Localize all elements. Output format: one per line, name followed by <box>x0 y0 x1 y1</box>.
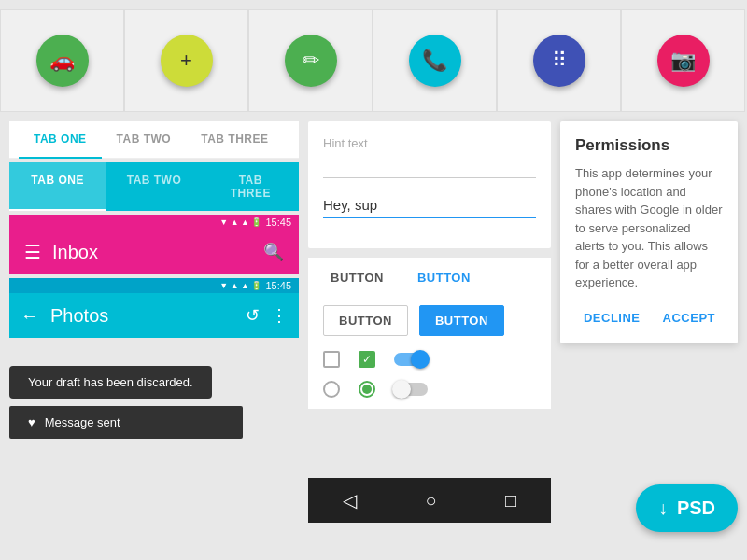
raised-buttons: BUTTON BUTTON <box>308 298 551 343</box>
refresh-icon[interactable]: ↺ <box>246 305 260 326</box>
flat-button-accent[interactable]: BUTTON <box>410 265 478 290</box>
permissions-actions: DECLINE ACCEPT <box>575 307 723 329</box>
hint-input[interactable] <box>323 154 536 178</box>
signal-icons: ▼ ▲ ▲ 🔋 <box>219 217 261 227</box>
radio-row <box>308 375 551 409</box>
snackbar: ♥ Message sent <box>9 406 243 439</box>
left-panel: TAB ONE TAB TWO TAB THREE TAB ONE TAB TW… <box>9 121 299 439</box>
inbox-title: Inbox <box>52 242 252 263</box>
radio-toggle-off[interactable] <box>394 383 428 396</box>
fab-cell-car: 🚗 <box>0 9 124 112</box>
psd-label: PSD <box>677 497 715 519</box>
fab-grid[interactable]: ⠿ <box>533 35 585 87</box>
toast: Your draft has been discarded. <box>9 366 212 399</box>
radio-checked[interactable] <box>359 381 375 398</box>
fab-camera[interactable]: 📷 <box>657 35 710 87</box>
time-blue: 15:45 <box>265 280 291 291</box>
fab-cell-grid: ⠿ <box>497 9 621 112</box>
snackbar-text: Message sent <box>45 415 120 429</box>
snackbar-icon: ♥ <box>28 415 35 429</box>
accept-button[interactable]: ACCEPT <box>655 307 723 329</box>
app-bar-photos: ← Photos ↺ ⋮ <box>9 293 299 338</box>
tab-bar-plain: TAB ONE TAB TWO TAB THREE <box>9 121 299 159</box>
tab-colored-three[interactable]: TAB THREE <box>203 162 299 211</box>
flat-button-default[interactable]: BUTTON <box>323 265 391 290</box>
download-icon: ↓ <box>658 497 668 519</box>
middle-panel: Hint text BUTTON BUTTON BUTTON BUTTON ✓ <box>308 121 551 409</box>
more-icon[interactable]: ⋮ <box>271 305 288 326</box>
active-input[interactable] <box>323 193 536 218</box>
search-icon[interactable]: 🔍 <box>263 242 284 262</box>
photos-title: Photos <box>50 305 234 327</box>
fab-cell-edit: ✏ <box>248 9 373 112</box>
text-field-group: Hint text <box>308 121 551 248</box>
fab-phone[interactable]: 📞 <box>409 35 461 87</box>
status-bar-blue: ▼ ▲ ▲ 🔋 15:45 <box>9 278 299 293</box>
fab-add[interactable]: + <box>161 35 213 87</box>
hint-text-field: Hint text <box>323 136 536 178</box>
fab-cell-add: + <box>124 9 248 112</box>
decline-button[interactable]: DECLINE <box>576 307 648 329</box>
menu-icon[interactable]: ☰ <box>24 241 41 263</box>
radio-unchecked[interactable] <box>323 381 340 398</box>
raised-button-default[interactable]: BUTTON <box>323 305 408 336</box>
tab-colored-two[interactable]: TAB TWO <box>106 162 202 211</box>
fab-car[interactable]: 🚗 <box>36 35 89 87</box>
time-pink: 15:45 <box>265 217 291 228</box>
permissions-title: Permissions <box>575 136 723 155</box>
nav-home-icon[interactable]: ○ <box>425 490 436 511</box>
signal-icons-blue: ▼ ▲ ▲ 🔋 <box>219 281 261 290</box>
raised-button-accent[interactable]: BUTTON <box>419 305 504 336</box>
toggle-on[interactable] <box>394 353 428 366</box>
nav-recents-icon[interactable]: □ <box>505 490 516 511</box>
fab-cell-phone: 📞 <box>373 9 497 112</box>
permissions-card: Permissions This app determines your pho… <box>560 121 738 343</box>
app-bar-inbox: ☰ Inbox 🔍 <box>9 230 299 274</box>
checkbox-checked[interactable]: ✓ <box>359 351 375 368</box>
nav-bar: ◁ ○ □ <box>308 478 551 523</box>
fab-row: 🚗 + ✏ 📞 ⠿ 📷 <box>0 0 747 121</box>
radio-toggle-thumb <box>392 380 411 399</box>
psd-download-button[interactable]: ↓ PSD <box>636 484 738 532</box>
active-text-field <box>323 193 536 218</box>
fab-cell-camera: 📷 <box>621 9 745 112</box>
hint-label: Hint text <box>323 136 536 150</box>
permissions-text: This app determines your phone's locatio… <box>575 164 723 292</box>
tab-plain-two[interactable]: TAB TWO <box>102 121 187 159</box>
checkbox-unchecked[interactable] <box>323 351 340 368</box>
nav-back-icon[interactable]: ◁ <box>343 489 357 511</box>
toggle-thumb <box>411 350 430 369</box>
tab-plain-one[interactable]: TAB ONE <box>19 121 102 159</box>
controls-row: ✓ <box>308 343 551 375</box>
tab-plain-three[interactable]: TAB THREE <box>186 121 283 159</box>
fab-edit[interactable]: ✏ <box>285 35 337 87</box>
flat-buttons: BUTTON BUTTON <box>308 258 551 298</box>
status-bar-pink: ▼ ▲ ▲ 🔋 15:45 <box>9 215 299 230</box>
tab-colored-one[interactable]: TAB ONE <box>9 162 106 211</box>
back-icon[interactable]: ← <box>21 305 39 327</box>
tab-bar-colored: TAB ONE TAB TWO TAB THREE <box>9 162 299 211</box>
